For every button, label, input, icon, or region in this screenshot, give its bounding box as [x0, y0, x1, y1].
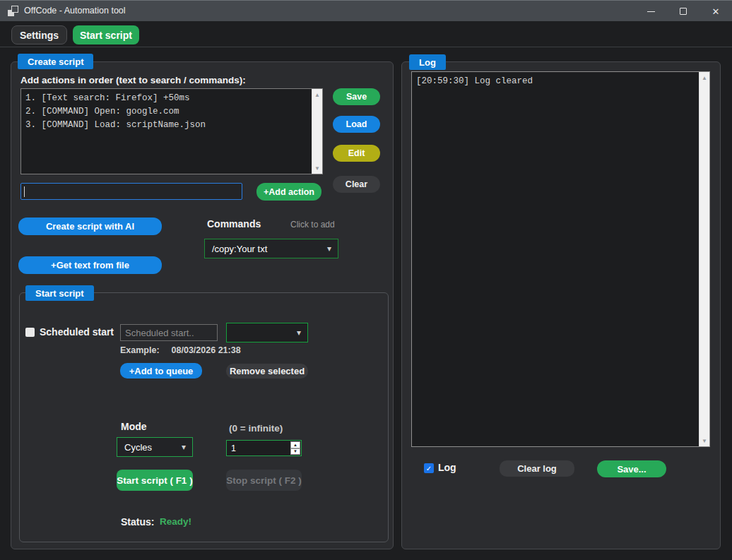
- scroll-up-icon[interactable]: ▲: [699, 73, 709, 83]
- close-button[interactable]: ✕: [699, 1, 732, 22]
- checkmark-icon: ✓: [426, 465, 432, 472]
- scheduled-start-label: Scheduled start: [40, 326, 114, 338]
- queue-dropdown[interactable]: ▾: [226, 323, 308, 342]
- log-tab: Log: [409, 54, 446, 70]
- get-text-from-file-button[interactable]: +Get text from file: [18, 256, 162, 274]
- spinner-up-icon[interactable]: ▲: [290, 441, 300, 448]
- cycles-spinner: ▲ ▼: [290, 441, 300, 455]
- chevron-down-icon: ▾: [297, 328, 301, 337]
- status-value: Ready!: [160, 516, 191, 527]
- app-icon: [8, 6, 19, 17]
- mode-dropdown[interactable]: Cycles ▾: [117, 437, 193, 457]
- cycles-input[interactable]: 1 ▲ ▼: [226, 440, 302, 456]
- remove-selected-button[interactable]: Remove selected: [226, 364, 308, 379]
- log-checkbox-label: Log: [438, 462, 456, 473]
- chevron-down-icon: ▾: [182, 443, 186, 451]
- click-to-add-hint: Click to add: [290, 220, 335, 230]
- close-icon: ✕: [712, 7, 720, 16]
- save-log-button[interactable]: Save...: [597, 460, 666, 477]
- log-enabled-checkbox[interactable]: ✓: [424, 463, 434, 473]
- minimize-icon: [647, 11, 655, 12]
- stop-script-f2-button[interactable]: Stop script ( F2 ): [226, 470, 302, 491]
- chevron-down-icon: ▾: [327, 244, 331, 253]
- add-to-queue-button[interactable]: +Add to queue: [120, 363, 202, 379]
- add-action-button[interactable]: +Add action: [256, 183, 321, 201]
- scheduled-start-checkbox[interactable]: [25, 328, 35, 337]
- mode-label: Mode: [121, 421, 147, 432]
- log-panel: Log [20:59:30] Log cleared ▲ ▼ ✓ Log Cle…: [401, 61, 721, 549]
- save-button[interactable]: Save: [333, 88, 380, 105]
- status-label: Status:: [121, 516, 154, 528]
- create-script-tab: Create script: [18, 54, 93, 69]
- actions-order-label: Add actions in order (text to search / c…: [20, 75, 246, 85]
- edit-button[interactable]: Edit: [333, 145, 380, 162]
- infinite-hint-label: (0 = infinite): [229, 423, 283, 434]
- example-label: Example:: [120, 345, 160, 355]
- scroll-down-icon[interactable]: ▼: [699, 436, 709, 446]
- scheduled-start-input[interactable]: [120, 324, 218, 341]
- clear-button[interactable]: Clear: [333, 176, 380, 193]
- toolbar-divider: [0, 47, 732, 47]
- log-text: [20:59:30] Log cleared: [412, 72, 699, 446]
- log-scrollbar[interactable]: ▲ ▼: [699, 72, 709, 446]
- spinner-down-icon[interactable]: ▼: [290, 448, 300, 455]
- commands-label: Commands: [207, 218, 261, 230]
- load-button[interactable]: Load: [333, 116, 380, 133]
- log-textarea[interactable]: [20:59:30] Log cleared ▲ ▼: [411, 71, 710, 447]
- scroll-up-icon[interactable]: ▲: [312, 90, 322, 100]
- actions-text: 1. [Text search: Firefox] +50ms 2. [COMM…: [21, 89, 312, 174]
- start-script-f1-button[interactable]: Start script ( F1 ): [117, 470, 193, 491]
- settings-button[interactable]: Settings: [11, 25, 67, 44]
- example-value: 08/03/2026 21:38: [172, 345, 241, 355]
- start-script-section: Start script Scheduled start ▾ Example:0…: [19, 292, 389, 542]
- scroll-down-icon[interactable]: ▼: [312, 163, 322, 173]
- create-script-panel: Create script Add actions in order (text…: [11, 61, 394, 549]
- window-title: OffCode - Automation tool: [24, 6, 126, 16]
- minimize-button[interactable]: [634, 1, 667, 22]
- mode-dropdown-value: Cycles: [124, 442, 152, 453]
- titlebar: OffCode - Automation tool ✕: [0, 0, 732, 21]
- create-with-ai-button[interactable]: Create script with AI: [18, 218, 162, 235]
- maximize-button[interactable]: [667, 1, 699, 22]
- clear-log-button[interactable]: Clear log: [500, 460, 574, 477]
- app-window: OffCode - Automation tool ✕ Settings Sta…: [0, 0, 732, 560]
- cycles-value: 1: [231, 443, 236, 453]
- maximize-icon: [680, 8, 687, 15]
- example-row: Example:08/03/2026 21:38: [120, 345, 241, 355]
- actions-textarea[interactable]: 1. [Text search: Firefox] +50ms 2. [COMM…: [20, 88, 323, 174]
- actions-scrollbar[interactable]: ▲ ▼: [312, 89, 322, 174]
- action-input[interactable]: [20, 183, 242, 200]
- commands-dropdown-value: /copy:Your txt: [212, 244, 267, 254]
- text-caret: [24, 186, 25, 197]
- start-script-button[interactable]: Start script: [73, 25, 139, 44]
- commands-dropdown[interactable]: /copy:Your txt ▾: [204, 239, 338, 258]
- start-script-section-tab: Start script: [25, 285, 94, 301]
